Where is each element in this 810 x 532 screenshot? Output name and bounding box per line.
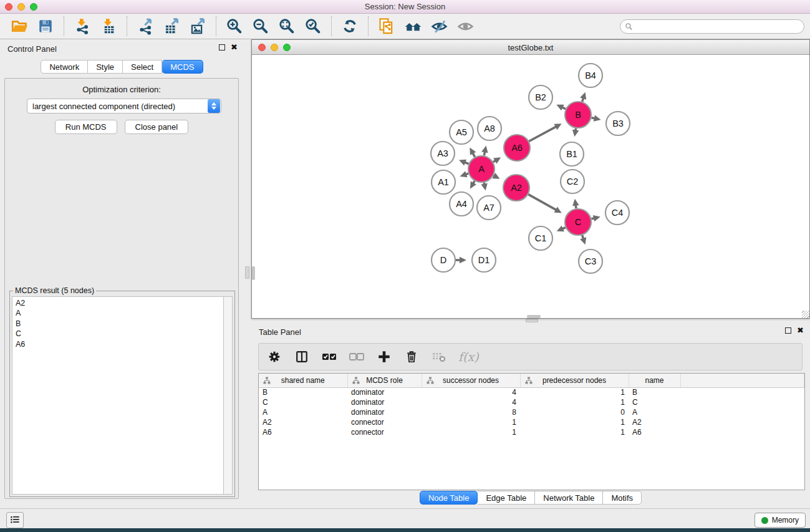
save-session-icon[interactable]: [36, 17, 55, 36]
column-header-successor-nodes[interactable]: successor nodes: [422, 374, 520, 387]
table-row[interactable]: A6connector11A6: [259, 427, 804, 437]
column-view-icon[interactable]: [294, 349, 310, 365]
import-network-icon[interactable]: [73, 17, 92, 36]
memory-button[interactable]: Memory: [755, 513, 806, 528]
export-image-icon[interactable]: [188, 17, 207, 36]
status-bar: Memory: [0, 508, 810, 528]
table-row[interactable]: Bdominator41B: [259, 387, 804, 397]
home-layout-icon[interactable]: [403, 17, 422, 36]
table-cell: dominator: [347, 397, 422, 407]
toolbar-separator: [64, 16, 64, 36]
mcds-panel: Optimization criterion: largest connecte…: [4, 78, 239, 499]
graph-edge-A6-B[interactable]: [529, 127, 556, 142]
float-table-panel-icon[interactable]: [785, 327, 791, 334]
tab-mcds[interactable]: MCDS: [162, 60, 203, 74]
table-cell: 1: [422, 427, 520, 437]
search-input[interactable]: [633, 21, 804, 32]
export-table-icon[interactable]: [162, 17, 181, 36]
canvas-vertical-scrollbar[interactable]: [252, 266, 255, 280]
graph-node-C3: C3: [579, 249, 602, 273]
tab-motifs[interactable]: Motifs: [603, 491, 642, 505]
graph-node-C: C: [565, 209, 591, 235]
float-panel-icon[interactable]: [219, 44, 225, 51]
graph-node-label: D1: [478, 255, 490, 265]
column-header-mcds-role[interactable]: MCDS role: [347, 374, 422, 387]
graph-node-label: D: [440, 255, 446, 265]
task-history-button[interactable]: [6, 512, 24, 528]
mcds-result-item[interactable]: C: [16, 329, 223, 339]
hide-selected-eye-icon[interactable]: [430, 17, 448, 36]
add-column-icon[interactable]: [376, 349, 392, 365]
run-mcds-button[interactable]: Run MCDS: [55, 120, 117, 134]
zoom-selected-icon[interactable]: [304, 17, 322, 36]
graph-edge-A2-C[interactable]: [528, 195, 557, 210]
tab-style[interactable]: Style: [88, 60, 123, 74]
table-row[interactable]: A2connector11A2: [259, 417, 804, 427]
toolbar-search: [620, 19, 804, 34]
tab-network[interactable]: Network: [41, 60, 88, 74]
refresh-icon[interactable]: [340, 17, 359, 36]
dropdown-stepper-icon[interactable]: [208, 99, 220, 113]
deselect-checkboxes-icon[interactable]: [349, 349, 365, 365]
select-all-checkboxes-icon[interactable]: [321, 349, 337, 365]
mcds-result-item[interactable]: B: [16, 319, 223, 329]
window-resize-grip[interactable]: [802, 311, 809, 318]
optimization-criterion-select[interactable]: largest connected component (directed): [27, 99, 221, 114]
table-cell: dominator: [347, 387, 422, 397]
function-builder-icon[interactable]: f(x): [458, 349, 479, 365]
close-panel-button[interactable]: Close panel: [125, 120, 189, 134]
column-header-predecessor-nodes[interactable]: predecessor nodes: [520, 374, 629, 387]
mcds-result-item[interactable]: A: [16, 308, 223, 318]
mcds-result-item[interactable]: A6: [16, 339, 223, 349]
table-cell: connector: [347, 427, 422, 437]
graph-node-A1: A1: [432, 170, 455, 194]
export-network-icon[interactable]: [136, 17, 155, 36]
graph-node-A8: A8: [478, 117, 501, 140]
memory-label: Memory: [772, 516, 799, 525]
close-panel-icon[interactable]: ✖: [231, 44, 238, 51]
vertical-split-divider[interactable]: [245, 266, 249, 279]
close-table-panel-icon[interactable]: ✖: [797, 327, 804, 334]
column-header-name[interactable]: name: [629, 374, 680, 387]
tab-node-table[interactable]: Node Table: [420, 491, 478, 505]
mcds-result-item[interactable]: A2: [16, 298, 223, 308]
open-session-icon[interactable]: [377, 17, 396, 36]
open-file-icon[interactable]: [10, 17, 29, 36]
graph-node-D1: D1: [472, 248, 496, 272]
result-list-scrollbar[interactable]: [224, 296, 233, 495]
table-row[interactable]: Adominator80A: [259, 407, 804, 417]
table-cell: 1: [520, 397, 629, 407]
table-cell: 4: [422, 387, 520, 397]
graph-node-A7: A7: [477, 196, 501, 220]
delete-table-icon[interactable]: [431, 349, 447, 365]
network-graph: AA1A2A3A4A5A6A7A8BB1B2B3B4CC1C2C3C4DD1: [252, 55, 809, 318]
network-canvas[interactable]: AA1A2A3A4A5A6A7A8BB1B2B3B4CC1C2C3C4DD1: [252, 55, 809, 318]
table-row[interactable]: Cdominator41C: [259, 397, 804, 407]
node-table: shared nameMCDS rolesuccessor nodesprede…: [258, 373, 805, 490]
graph-node-C2: C2: [561, 170, 584, 193]
canvas-horizontal-scrollbar[interactable]: [527, 315, 541, 318]
network-view-window: testGlobe.txt AA1A2A3A4A5A6A7A8BB1B2B3B4…: [251, 39, 810, 319]
graph-node-label: B1: [566, 149, 577, 159]
zoom-fit-icon[interactable]: [277, 17, 296, 36]
import-table-icon[interactable]: [99, 17, 118, 36]
table-cell: B: [259, 387, 347, 397]
delete-column-trash-icon[interactable]: [403, 349, 420, 365]
graph-node-B1: B1: [560, 142, 584, 166]
graph-node-label: C2: [567, 177, 579, 186]
column-header-shared-name[interactable]: shared name: [259, 374, 347, 387]
tab-edge-table[interactable]: Edge Table: [478, 491, 535, 505]
table-cell: A2: [629, 417, 680, 427]
tab-select[interactable]: Select: [123, 60, 162, 74]
network-window-titlebar[interactable]: testGlobe.txt: [252, 40, 809, 55]
show-eye-icon[interactable]: [456, 17, 475, 36]
zoom-in-icon[interactable]: [225, 17, 244, 36]
table-panel-title: Table Panel: [259, 327, 301, 337]
table-cell: A: [259, 407, 347, 417]
tab-network-table[interactable]: Network Table: [535, 491, 603, 505]
table-cell: C: [629, 397, 680, 407]
table-panel-tabs: Node TableEdge TableNetwork TableMotifs: [251, 491, 810, 505]
zoom-out-icon[interactable]: [251, 17, 270, 36]
settings-gear-icon[interactable]: [266, 349, 282, 365]
graph-node-A5: A5: [450, 120, 473, 144]
